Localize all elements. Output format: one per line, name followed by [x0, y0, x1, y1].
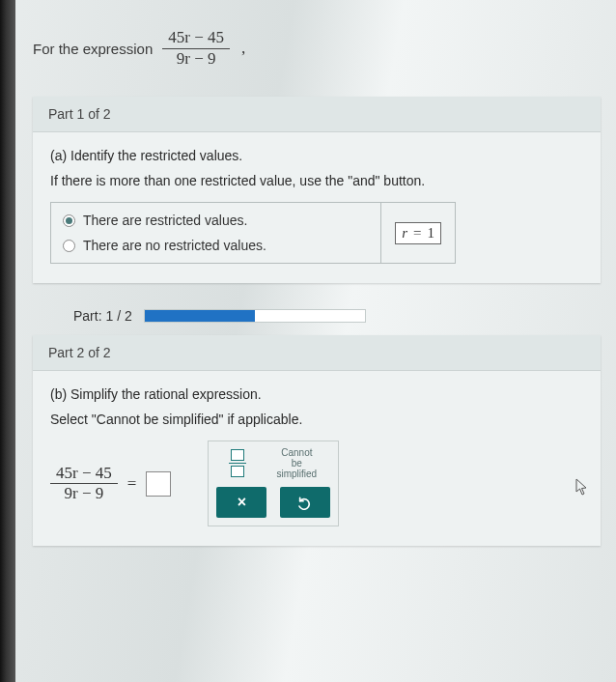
- part2-prompt: (b) Simplify the rational expression.: [50, 386, 583, 402]
- part2-card: Part 2 of 2 (b) Simplify the rational ex…: [33, 335, 601, 546]
- part2-hint: Select "Cannot be simplified" if applica…: [50, 412, 583, 427]
- value-var: r: [402, 225, 407, 242]
- restricted-values-options: There are restricted values. There are n…: [50, 202, 456, 264]
- part1-prompt: (a) Identify the restricted values.: [50, 148, 583, 163]
- fraction-tool-bottom-icon: [231, 466, 244, 477]
- intro-fraction: 45r − 45 9r − 9: [162, 29, 230, 68]
- cannot-line2: be: [269, 458, 323, 469]
- intro-numerator: 45r − 45: [162, 29, 230, 47]
- part1-card: Part 1 of 2 (a) Identify the restricted …: [33, 97, 601, 283]
- part1-hint: If there is more than one restricted val…: [50, 173, 583, 188]
- value-eq: =: [413, 225, 421, 242]
- radio-icon: [63, 240, 75, 252]
- restricted-value-input[interactable]: r = 1: [395, 222, 441, 244]
- progress-area: Part: 1 / 2: [27, 308, 606, 324]
- cannot-line1: Cannot: [269, 447, 323, 458]
- part2-fraction: 45r − 45 9r − 9: [50, 465, 118, 503]
- intro-denominator: 9r − 9: [171, 50, 222, 69]
- tool-palette: Cannot be simplified ×: [208, 440, 339, 526]
- part2-denominator: 9r − 9: [59, 485, 110, 503]
- value-num: 1: [428, 225, 435, 242]
- simplify-row: 45r − 45 9r − 9 = Cannot: [50, 440, 583, 526]
- option-yes-row[interactable]: There are restricted values.: [63, 213, 369, 228]
- problem-statement: For the expression 45r − 45 9r − 9 ,: [27, 0, 606, 91]
- value-cell: r = 1: [380, 203, 455, 263]
- part2-header: Part 2 of 2: [33, 335, 601, 371]
- radio-icon: [63, 214, 75, 227]
- mouse-cursor-icon: [575, 478, 589, 496]
- close-icon: ×: [238, 494, 246, 511]
- equals-sign: =: [127, 474, 137, 494]
- fraction-tool-top-icon: [231, 449, 244, 461]
- progress-fill: [145, 310, 255, 322]
- cannot-simplify-button[interactable]: Cannot be simplified: [269, 447, 323, 479]
- cannot-line3: simplified: [269, 469, 323, 479]
- option-no-row[interactable]: There are no restricted values.: [63, 238, 369, 253]
- fraction-tool-button[interactable]: [223, 449, 252, 477]
- intro-text: For the expression: [33, 41, 153, 57]
- part1-header: Part 1 of 2: [33, 97, 601, 132]
- option-no-label: There are no restricted values.: [83, 238, 266, 253]
- fraction-tool-bar-icon: [229, 463, 246, 464]
- part2-numerator: 45r − 45: [50, 465, 118, 483]
- window-left-edge: [0, 0, 15, 682]
- answer-input[interactable]: [146, 471, 171, 497]
- clear-button[interactable]: ×: [216, 487, 266, 518]
- progress-label: Part: 1 / 2: [73, 308, 132, 324]
- progress-bar: [144, 309, 366, 323]
- undo-icon: [297, 495, 313, 510]
- trailing-comma: ,: [241, 39, 245, 58]
- undo-button[interactable]: [280, 487, 330, 518]
- option-yes-label: There are restricted values.: [83, 213, 247, 228]
